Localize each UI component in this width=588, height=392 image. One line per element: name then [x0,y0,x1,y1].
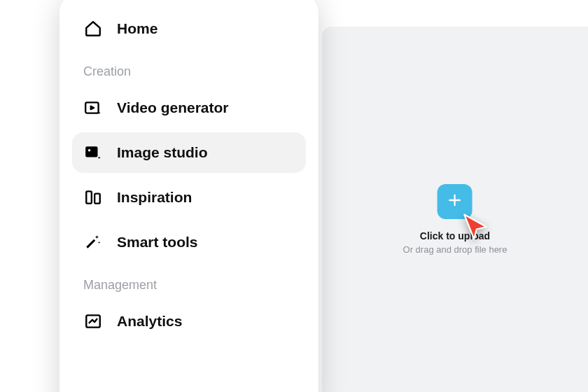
sidebar-item-video-generator[interactable]: Video generator [72,88,306,128]
sidebar-item-home[interactable]: Home [72,8,306,49]
chart-line-icon [83,312,103,331]
upload-title: Click to upload [420,230,490,241]
upload-subtitle: Or drag and drop file here [403,244,507,255]
svg-marker-3 [91,106,94,109]
section-title-creation: Creation [83,64,306,79]
sidebar: Home Creation Video generator Image stud… [59,0,318,392]
video-sparkle-icon [83,98,103,118]
sidebar-item-label: Image studio [117,144,208,161]
main-content: Click to upload Or drag and drop file he… [322,27,588,392]
sidebar-item-label: Inspiration [117,189,192,206]
image-sparkle-icon [83,143,103,162]
sidebar-item-inspiration[interactable]: Inspiration [72,177,306,218]
wand-sparkle-icon [83,232,103,252]
sidebar-item-label: Video generator [117,99,229,116]
svg-rect-7 [94,194,100,204]
svg-rect-6 [86,191,92,203]
section-title-management: Management [83,278,306,293]
columns-icon [83,188,103,207]
sidebar-item-analytics[interactable]: Analytics [72,301,306,342]
sidebar-item-label: Analytics [117,313,182,330]
sidebar-item-image-studio[interactable]: Image studio [72,132,306,173]
sidebar-item-label: Smart tools [117,234,198,251]
upload-zone[interactable]: Click to upload Or drag and drop file he… [403,184,507,255]
upload-button[interactable] [438,184,472,219]
plus-icon [447,192,463,211]
home-icon [83,19,103,38]
svg-point-5 [88,149,90,151]
sidebar-item-label: Home [117,20,158,37]
sidebar-item-smart-tools[interactable]: Smart tools [72,222,306,262]
